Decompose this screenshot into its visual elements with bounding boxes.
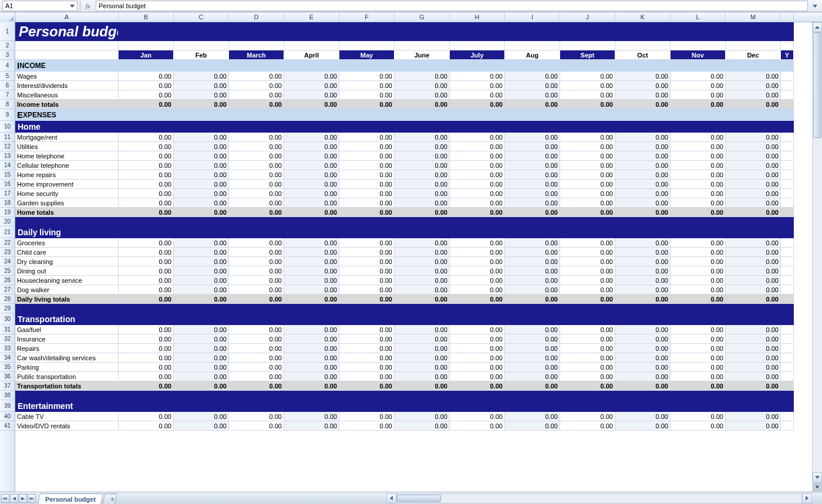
value-cell[interactable]: 0.00	[615, 142, 671, 151]
row-label[interactable]: Home repairs	[15, 170, 119, 180]
value-cell[interactable]: 0.00	[726, 189, 781, 198]
value-cell[interactable]: 0.00	[726, 363, 781, 372]
value-cell[interactable]: 0.00	[395, 276, 450, 285]
value-cell[interactable]: 0.00	[726, 133, 781, 142]
cell[interactable]	[781, 81, 794, 90]
value-cell[interactable]: 0.00	[339, 344, 395, 353]
column-header-G[interactable]: G	[395, 12, 450, 22]
value-cell[interactable]: 0.00	[560, 161, 615, 170]
value-cell[interactable]: 0.00	[726, 151, 781, 161]
value-cell[interactable]: 0.00	[284, 285, 339, 295]
value-cell[interactable]: 0.00	[671, 151, 726, 161]
value-cell[interactable]: 0.00	[450, 412, 505, 421]
value-cell[interactable]: 0.00	[726, 257, 781, 266]
value-cell[interactable]: 0.00	[450, 180, 505, 189]
value-cell[interactable]: 0.00	[339, 325, 395, 334]
value-cell[interactable]: 0.00	[119, 72, 174, 81]
column-header-H[interactable]: H	[450, 12, 505, 22]
row-header-7[interactable]: 7	[0, 90, 15, 100]
value-cell[interactable]: 0.00	[174, 257, 229, 266]
last-sheet-button[interactable]: ⏭	[28, 494, 36, 503]
value-cell[interactable]: 0.00	[339, 248, 395, 257]
row-header-5[interactable]: 5	[0, 72, 15, 81]
value-cell[interactable]: 0.00	[505, 72, 560, 81]
value-cell[interactable]: 0.00	[505, 90, 560, 100]
value-cell[interactable]: 0.00	[119, 180, 174, 189]
value-cell[interactable]: 0.00	[505, 133, 560, 142]
value-cell[interactable]: 0.00	[339, 81, 395, 90]
value-cell[interactable]: 0.00	[119, 325, 174, 334]
value-cell[interactable]: 0.00	[119, 142, 174, 151]
value-cell[interactable]: 0.00	[119, 353, 174, 363]
value-cell[interactable]: 0.00	[450, 363, 505, 372]
value-cell[interactable]: 0.00	[119, 363, 174, 372]
value-cell[interactable]: 0.00	[560, 266, 615, 276]
value-cell[interactable]: 0.00	[339, 276, 395, 285]
value-cell[interactable]: 0.00	[229, 248, 284, 257]
value-cell[interactable]: 0.00	[229, 90, 284, 100]
blank[interactable]	[505, 41, 560, 50]
value-cell[interactable]: 0.00	[174, 151, 229, 161]
row-label[interactable]: Wages	[15, 72, 119, 81]
value-cell[interactable]: 0.00	[671, 276, 726, 285]
value-cell[interactable]: 0.00	[119, 334, 174, 344]
value-cell[interactable]: 0.00	[174, 363, 229, 372]
value-cell[interactable]: 0.00	[450, 238, 505, 248]
value-cell[interactable]: 0.00	[615, 421, 671, 431]
row-header-4[interactable]: 4	[0, 60, 15, 72]
row-header-36[interactable]: 36	[0, 372, 15, 381]
cell[interactable]	[781, 372, 794, 381]
row-header-27[interactable]: 27	[0, 285, 15, 295]
value-cell[interactable]: 0.00	[119, 412, 174, 421]
value-cell[interactable]: 0.00	[339, 421, 395, 431]
value-cell[interactable]: 0.00	[505, 198, 560, 208]
value-cell[interactable]: 0.00	[726, 334, 781, 344]
row-label[interactable]: Cable TV	[15, 412, 119, 421]
row-header-24[interactable]: 24	[0, 257, 15, 266]
row-label[interactable]: Home telephone	[15, 151, 119, 161]
value-cell[interactable]: 0.00	[615, 90, 671, 100]
value-cell[interactable]: 0.00	[284, 363, 339, 372]
value-cell[interactable]: 0.00	[726, 266, 781, 276]
row-header-2[interactable]: 2	[0, 41, 15, 50]
row-label[interactable]: Dry cleaning	[15, 257, 119, 266]
cell[interactable]	[781, 189, 794, 198]
value-cell[interactable]: 0.00	[671, 363, 726, 372]
value-cell[interactable]: 0.00	[284, 325, 339, 334]
value-cell[interactable]: 0.00	[671, 198, 726, 208]
value-cell[interactable]: 0.00	[119, 81, 174, 90]
column-header-D[interactable]: D	[229, 12, 284, 22]
value-cell[interactable]: 0.00	[671, 266, 726, 276]
value-cell[interactable]: 0.00	[174, 180, 229, 189]
blank[interactable]	[671, 41, 726, 50]
value-cell[interactable]: 0.00	[450, 142, 505, 151]
value-cell[interactable]: 0.00	[505, 257, 560, 266]
value-cell[interactable]: 0.00	[119, 170, 174, 180]
value-cell[interactable]: 0.00	[450, 285, 505, 295]
value-cell[interactable]: 0.00	[119, 285, 174, 295]
value-cell[interactable]: 0.00	[671, 72, 726, 81]
value-cell[interactable]: 0.00	[671, 285, 726, 295]
value-cell[interactable]: 0.00	[229, 276, 284, 285]
hscroll-track[interactable]	[396, 493, 802, 503]
row-header-29[interactable]: 29	[0, 304, 15, 313]
value-cell[interactable]: 0.00	[450, 372, 505, 381]
value-cell[interactable]: 0.00	[229, 238, 284, 248]
value-cell[interactable]: 0.00	[395, 266, 450, 276]
value-cell[interactable]: 0.00	[395, 344, 450, 353]
value-cell[interactable]: 0.00	[339, 363, 395, 372]
row-label[interactable]: Car wash/detailing services	[15, 353, 119, 363]
value-cell[interactable]: 0.00	[174, 248, 229, 257]
row-header-13[interactable]: 13	[0, 151, 15, 161]
value-cell[interactable]: 0.00	[339, 72, 395, 81]
value-cell[interactable]: 0.00	[726, 72, 781, 81]
cell[interactable]	[781, 161, 794, 170]
value-cell[interactable]: 0.00	[450, 81, 505, 90]
cell[interactable]	[781, 421, 794, 431]
cell[interactable]	[781, 344, 794, 353]
value-cell[interactable]: 0.00	[229, 325, 284, 334]
value-cell[interactable]: 0.00	[615, 170, 671, 180]
value-cell[interactable]: 0.00	[395, 334, 450, 344]
value-cell[interactable]: 0.00	[339, 189, 395, 198]
value-cell[interactable]: 0.00	[615, 72, 671, 81]
